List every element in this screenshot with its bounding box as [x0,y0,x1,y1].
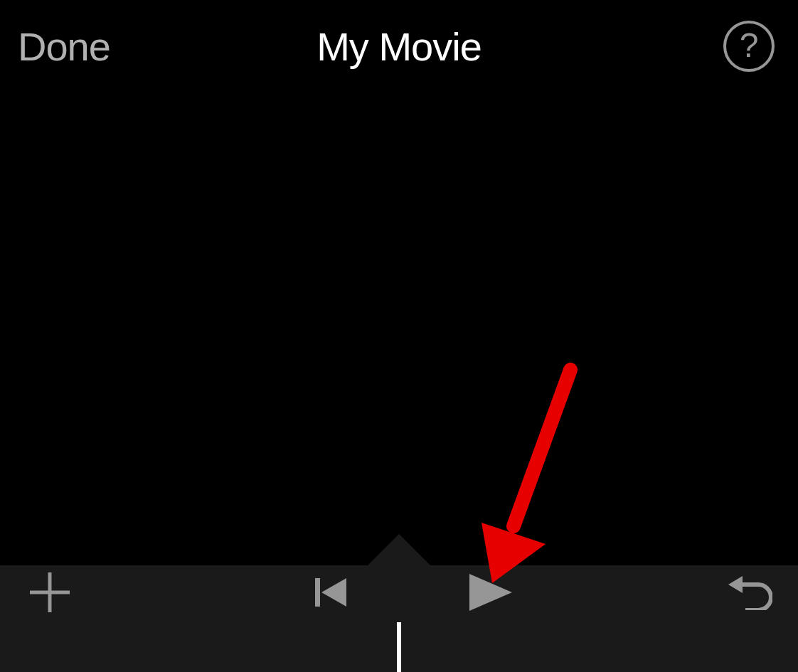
svg-marker-3 [321,578,346,607]
playhead-indicator[interactable] [397,622,401,672]
play-button[interactable] [469,574,514,614]
help-icon: ? [740,28,759,63]
play-icon [469,574,514,611]
undo-button[interactable] [728,575,772,613]
skip-to-start-icon [315,578,348,607]
plus-icon [27,570,73,615]
svg-marker-4 [469,574,512,611]
help-button[interactable]: ? [723,21,775,72]
playhead-notch [366,534,432,567]
undo-icon [728,575,772,610]
header-bar: Done My Movie ? [0,0,798,92]
done-button[interactable]: Done [18,23,110,70]
video-preview-area [0,92,798,565]
svg-marker-5 [728,576,743,593]
rewind-button[interactable] [315,578,348,609]
add-media-button[interactable] [27,570,73,618]
playback-toolbar [0,565,798,622]
svg-rect-2 [315,578,320,607]
project-title: My Movie [316,23,482,70]
